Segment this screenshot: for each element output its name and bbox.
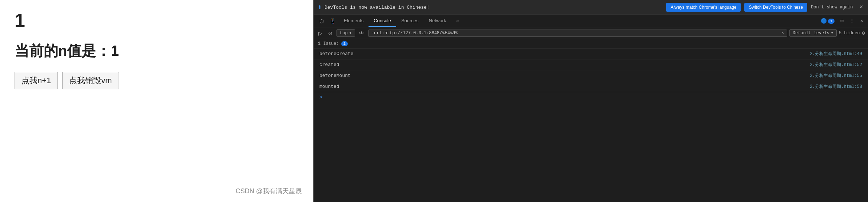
left-panel: 1 当前的n值是：1 点我n+1 点我销毁vm CSDN @我有满天星辰: [0, 0, 313, 202]
tab-sources[interactable]: Sources: [396, 15, 424, 27]
current-n-value: 1: [111, 43, 119, 59]
top-label: top: [340, 31, 348, 36]
console-method-0: beforeCreate: [319, 51, 354, 57]
table-row: mounted 2.分析生命周期.html:58: [314, 81, 868, 92]
top-chevron-icon: ▾: [349, 30, 352, 36]
url-clear-icon[interactable]: ×: [781, 31, 784, 36]
always-match-button[interactable]: Always match Chrome's language: [666, 3, 741, 12]
tabs-bar: ⬡ 📱 Elements Console Sources Network » 🔵…: [314, 15, 868, 27]
tab-console[interactable]: Console: [369, 15, 396, 27]
button-row: 点我n+1 点我销毁vm: [15, 72, 298, 89]
issues-label: 1 Issue:: [318, 41, 339, 46]
console-prompt[interactable]: >: [314, 92, 868, 102]
info-icon: ℹ: [319, 4, 321, 11]
notification-close-icon[interactable]: ×: [859, 4, 863, 11]
notification-bar: ℹ DevTools is now available in Chinese! …: [314, 0, 868, 15]
inspect-icon[interactable]: ⬡: [316, 17, 327, 26]
console-file-0[interactable]: 2.分析生命周期.html:49: [810, 51, 862, 57]
console-file-2[interactable]: 2.分析生命周期.html:55: [810, 73, 862, 79]
console-badge-icon: 🔵1: [819, 16, 837, 26]
devtools-panel: ℹ DevTools is now available in Chinese! …: [313, 0, 868, 202]
console-settings-icon[interactable]: ⚙: [862, 30, 865, 36]
table-row: beforeCreate 2.分析生命周期.html:49: [314, 48, 868, 59]
hidden-count: 5 hidden: [839, 31, 860, 36]
execute-icon[interactable]: ▷: [316, 30, 324, 37]
notification-text: DevTools is now available in Chinese!: [324, 5, 662, 10]
tab-more-icon[interactable]: »: [451, 15, 464, 27]
console-method-1: created: [319, 62, 339, 67]
tab-network[interactable]: Network: [424, 15, 451, 27]
table-row: beforeMount 2.分析生命周期.html:55: [314, 70, 868, 81]
prompt-arrow-icon: >: [319, 94, 322, 100]
top-selector[interactable]: top ▾: [337, 29, 355, 37]
default-levels-label: Default levels: [793, 31, 829, 36]
console-file-1[interactable]: 2.分析生命周期.html:52: [810, 62, 862, 68]
device-icon[interactable]: 📱: [327, 17, 339, 26]
block-icon[interactable]: ⊘: [326, 30, 334, 37]
page-number: 1: [15, 11, 298, 30]
switch-chinese-button[interactable]: Switch DevTools to Chinese: [744, 3, 807, 12]
console-toolbar: ▷ ⊘ top ▾ 👁 -url:http://127.0.0.1:8848/%…: [314, 27, 868, 39]
current-n-display: 当前的n值是：1: [15, 41, 298, 61]
destroy-button[interactable]: 点我销毁vm: [62, 72, 119, 89]
default-levels-selector[interactable]: Default levels ▾: [789, 29, 837, 37]
tab-right-icons: 🔵1 ⚙ ⋮ ×: [819, 16, 865, 26]
console-content: beforeCreate 2.分析生命周期.html:49 created 2.…: [314, 48, 868, 202]
eye-icon[interactable]: 👁: [357, 30, 366, 37]
console-method-2: beforeMount: [319, 73, 351, 78]
console-method-3: mounted: [319, 84, 339, 89]
console-file-3[interactable]: 2.分析生命周期.html:58: [810, 83, 862, 90]
increment-button[interactable]: 点我n+1: [15, 72, 58, 89]
issue-badge: 1: [341, 41, 348, 46]
devtools-close-icon[interactable]: ×: [859, 17, 865, 26]
devtools-settings-icon[interactable]: ⚙: [839, 16, 845, 26]
credit-text: CSDN @我有满天星辰: [236, 187, 302, 195]
badge-count: 1: [828, 19, 835, 24]
devtools-more-options-icon[interactable]: ⋮: [848, 16, 856, 26]
url-filter-text: -url:http://127.0.0.1:8848/%E4%9%: [371, 31, 458, 36]
table-row: created 2.分析生命周期.html:52: [314, 59, 868, 70]
tab-elements[interactable]: Elements: [339, 15, 369, 27]
issues-bar: 1 Issue: 1: [314, 39, 868, 48]
dont-show-button[interactable]: Don't show again: [811, 5, 853, 10]
current-n-label: 当前的n值是：: [15, 43, 111, 59]
url-filter[interactable]: -url:http://127.0.0.1:8848/%E4%9% ×: [368, 30, 787, 37]
default-levels-chevron-icon: ▾: [831, 30, 833, 36]
